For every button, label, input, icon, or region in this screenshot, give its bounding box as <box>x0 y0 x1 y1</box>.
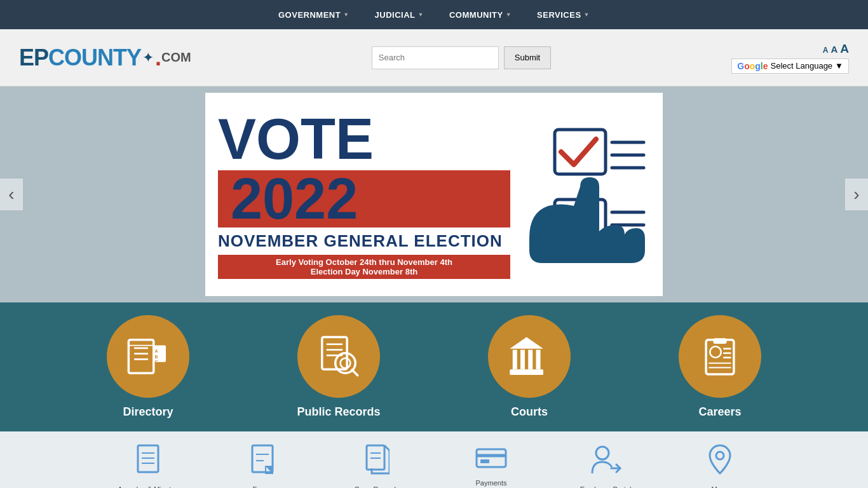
slide-dot-5[interactable] <box>456 287 463 295</box>
forms-icon <box>250 444 275 482</box>
svg-rect-25 <box>528 350 532 370</box>
courts-icon <box>507 334 552 379</box>
public-records-circle <box>297 315 380 398</box>
font-size-controls: A A A <box>823 42 849 56</box>
secondary-link-agendas[interactable]: Agendas & Minutes <box>110 444 186 488</box>
directory-circle: A B C <box>107 315 189 398</box>
svg-text:C: C <box>155 360 158 364</box>
slide-next-button[interactable]: › <box>845 179 868 210</box>
svg-point-32 <box>710 346 721 358</box>
employee-icon <box>590 444 621 482</box>
payments-icon <box>475 444 507 475</box>
svg-line-22 <box>352 370 358 376</box>
font-size-large[interactable]: A <box>840 42 849 56</box>
quick-link-careers[interactable]: Careers <box>625 315 815 425</box>
public-records-label: Public Records <box>297 405 380 419</box>
chevron-down-icon: ▼ <box>506 11 512 18</box>
careers-label: Careers <box>698 405 741 419</box>
secondary-link-payments[interactable]: Payments <box>453 444 529 488</box>
svg-rect-24 <box>520 350 525 370</box>
quick-link-directory[interactable]: A B C Directory <box>53 315 243 425</box>
language-selector[interactable]: Google Select Language ▼ <box>731 58 849 74</box>
maps-icon <box>707 444 733 482</box>
svg-rect-29 <box>510 372 543 375</box>
svg-point-21 <box>341 358 351 369</box>
star-icon: ✦ <box>142 50 154 66</box>
employee-label: Employee Portal <box>580 485 632 488</box>
hero-slide: VOTE 2022 NOVEMBER GENERAL ELECTION Earl… <box>205 93 663 296</box>
top-navigation: GOVERNMENT ▼ JUDICIAL ▼ COMMUNITY ▼ SERV… <box>0 0 868 29</box>
svg-text:A: A <box>155 349 158 353</box>
vote-subtitle: NOVEMBER GENERAL ELECTION <box>218 231 510 251</box>
directory-label: Directory <box>123 405 173 419</box>
secondary-links-section: Agendas & Minutes Forms Open Records <box>0 431 868 488</box>
font-size-medium[interactable]: A <box>831 44 837 55</box>
nav-services[interactable]: SERVICES ▼ <box>537 10 590 20</box>
logo-ep: EP <box>19 44 48 71</box>
agendas-icon <box>135 444 161 482</box>
public-records-icon <box>316 334 361 379</box>
nav-community[interactable]: COMMUNITY ▼ <box>449 10 512 20</box>
courts-circle <box>488 315 571 398</box>
forms-label: Forms <box>252 485 272 488</box>
chevron-down-icon: ▼ <box>343 11 349 18</box>
chevron-down-icon: ▼ <box>418 11 424 18</box>
secondary-link-forms[interactable]: Forms <box>224 444 301 488</box>
svg-point-52 <box>596 447 609 459</box>
slide-dot-3[interactable] <box>430 287 438 295</box>
quick-link-courts[interactable]: Courts <box>434 315 625 425</box>
chevron-down-icon: ▼ <box>835 61 843 71</box>
secondary-link-open-records[interactable]: Open Records <box>339 444 415 488</box>
svg-rect-31 <box>714 338 727 344</box>
careers-circle <box>679 315 761 398</box>
slide-dots <box>405 287 463 295</box>
google-icon: Google <box>737 61 768 71</box>
submit-button[interactable]: Submit <box>504 46 551 69</box>
vote-dates: Early Voting October 24th thru November … <box>218 255 510 279</box>
search-area: Submit <box>372 46 551 69</box>
search-input[interactable] <box>372 46 499 69</box>
secondary-link-maps[interactable]: Maps <box>682 444 758 488</box>
slide-dot-1[interactable] <box>405 287 412 295</box>
select-language-label: Select Language <box>771 61 833 71</box>
svg-point-54 <box>716 452 724 459</box>
quick-link-public-records[interactable]: Public Records <box>243 315 434 425</box>
vote-content: VOTE 2022 NOVEMBER GENERAL ELECTION Earl… <box>218 111 510 279</box>
directory-icon: A B C <box>126 334 170 379</box>
open-records-label: Open Records <box>355 485 400 488</box>
logo-com: COM <box>161 50 191 65</box>
site-logo[interactable]: EPCOUNTY✦.COM <box>19 44 191 71</box>
logo-dot: . <box>155 44 161 71</box>
language-area: A A A Google Select Language ▼ <box>731 42 849 74</box>
careers-icon <box>698 334 742 379</box>
svg-rect-49 <box>477 449 506 467</box>
nav-government[interactable]: GOVERNMENT ▼ <box>278 10 349 20</box>
font-size-small[interactable]: A <box>823 46 829 55</box>
svg-rect-51 <box>480 459 489 463</box>
svg-rect-26 <box>536 350 541 370</box>
slide-dot-4[interactable] <box>443 287 451 295</box>
nav-judicial[interactable]: JUDICIAL ▼ <box>375 10 424 20</box>
hero-section: VOTE ‹ VOTE 2022 NOVEMBER GENERAL ELECTI… <box>0 86 868 302</box>
courts-label: Courts <box>511 405 548 419</box>
slide-dot-2[interactable] <box>417 287 425 295</box>
maps-label: Maps <box>712 485 729 488</box>
site-header: EPCOUNTY✦.COM Submit A A A Google Select… <box>0 29 868 86</box>
secondary-link-employee[interactable]: Employee Portal <box>567 444 644 488</box>
slide-prev-button[interactable]: ‹ <box>0 179 23 210</box>
open-records-icon <box>364 444 390 482</box>
svg-marker-28 <box>510 337 543 348</box>
vote-graphic <box>523 123 650 266</box>
svg-rect-23 <box>513 350 517 370</box>
vote-year: 2022 <box>218 170 510 227</box>
quick-links-section: A B C Directory Public Records <box>0 302 868 431</box>
agendas-label: Agendas & Minutes <box>118 485 178 488</box>
logo-county: COUNTY <box>48 44 141 71</box>
vote-title: VOTE <box>218 111 510 168</box>
chevron-down-icon: ▼ <box>584 11 590 18</box>
svg-text:B: B <box>155 355 158 359</box>
payments-label: Payments <box>476 479 507 487</box>
